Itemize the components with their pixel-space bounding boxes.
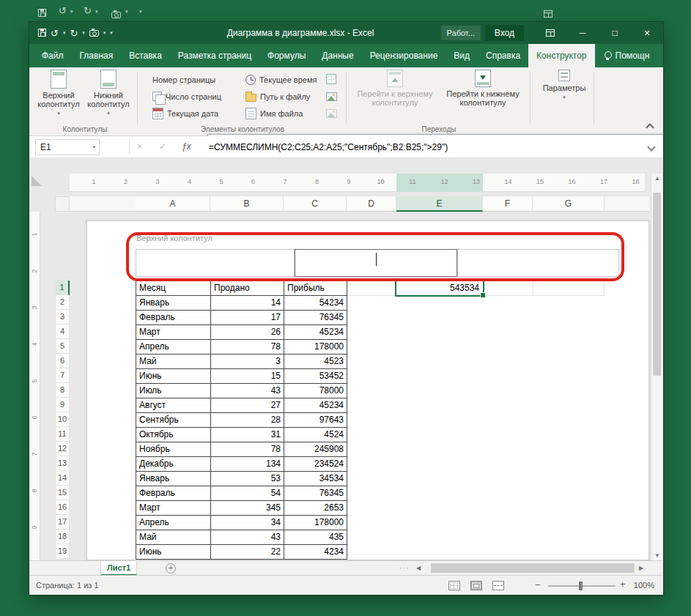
table-cell[interactable]: 54234 — [284, 296, 347, 311]
picture-button[interactable] — [324, 89, 339, 103]
collapse-ribbon-icon[interactable] — [646, 123, 654, 131]
row-header[interactable]: 3 — [55, 310, 70, 324]
row-header[interactable]: 11 — [55, 427, 70, 442]
normal-view-button[interactable] — [448, 581, 460, 590]
row-header[interactable]: 8 — [55, 383, 70, 398]
vertical-scrollbar[interactable]: ▲ ▼ — [651, 174, 662, 560]
table-cell[interactable]: Декабрь — [136, 457, 211, 472]
camera-icon[interactable] — [89, 26, 99, 40]
table-cell[interactable]: Сентябрь — [136, 413, 211, 428]
column-header[interactable]: E — [396, 196, 483, 212]
customize-qat-icon[interactable]: ▾ — [139, 9, 142, 15]
row-header[interactable]: 12 — [55, 442, 70, 456]
select-all-corner[interactable] — [55, 196, 70, 212]
name-box[interactable]: E1 ▾ — [35, 139, 100, 155]
table-cell[interactable]: 178000 — [284, 516, 347, 530]
page-break-view-button[interactable] — [492, 581, 504, 590]
sheet-name-button[interactable] — [324, 72, 339, 86]
ribbon-tab[interactable]: Справ­ка — [478, 44, 528, 67]
page-count-button[interactable]: Число страниц — [150, 89, 223, 104]
scroll-down-icon[interactable]: ▼ — [651, 552, 663, 559]
column-header[interactable]: B — [210, 196, 284, 212]
ribbon-tab[interactable]: Разметка страниц — [170, 44, 259, 67]
column-header[interactable]: C — [284, 196, 347, 212]
table-cell[interactable]: 4523 — [284, 355, 347, 369]
table-cell[interactable]: 4524 — [284, 428, 347, 442]
camera-dropdown-icon[interactable]: ▾ — [103, 30, 106, 36]
scrollbar-dots[interactable]: ··· — [399, 564, 409, 572]
cancel-icon[interactable]: × — [137, 141, 142, 152]
column-header[interactable]: A — [136, 196, 210, 212]
save-icon[interactable] — [38, 26, 46, 40]
sheet-tab-active[interactable]: Лист1 — [100, 561, 137, 576]
table-cell[interactable]: 14 — [211, 296, 284, 311]
scroll-right-icon[interactable]: ▶ — [639, 565, 643, 571]
table-cell[interactable]: 134 — [211, 457, 284, 472]
redo-icon[interactable]: ↻ — [70, 28, 78, 39]
zoom-in-button[interactable]: + — [620, 579, 626, 590]
table-cell[interactable]: 34534 — [284, 472, 347, 486]
zoom-slider[interactable] — [548, 585, 616, 587]
table-cell[interactable]: 28 — [211, 413, 284, 428]
file-name-button[interactable]: Имя файла — [243, 105, 305, 121]
header-button[interactable]: Верхний колонтитул ▾ — [35, 70, 82, 116]
maximize-button[interactable]: □ — [599, 22, 631, 44]
ribbon-display-options-button[interactable] — [534, 22, 566, 44]
zoom-slider-thumb[interactable] — [579, 582, 583, 590]
row-header[interactable]: 16 — [55, 500, 70, 515]
signin-button[interactable]: Вход — [485, 25, 524, 41]
table-cell[interactable]: 234524 — [284, 457, 347, 472]
table-cell[interactable]: 34 — [211, 516, 284, 530]
table-cell[interactable]: 27 — [211, 398, 284, 413]
goto-footer-button[interactable]: Перейти к нижнему колонтитулу — [440, 70, 526, 107]
table-cell[interactable]: 15 — [211, 369, 284, 384]
column-header[interactable]: F — [483, 196, 533, 212]
ribbon-display-options-icon[interactable] — [544, 7, 553, 21]
table-cell[interactable]: 345 — [211, 501, 284, 516]
table-cell[interactable]: 245908 — [284, 442, 347, 457]
table-header-cell[interactable]: Прибыль — [284, 281, 347, 296]
row-header[interactable]: 14 — [55, 471, 70, 486]
table-cell[interactable]: 43 — [211, 384, 284, 398]
redo-dropdown-icon[interactable]: ▾ — [95, 9, 98, 15]
table-cell[interactable]: 22 — [211, 545, 284, 560]
save-icon[interactable] — [38, 7, 46, 20]
row-header[interactable]: 10 — [55, 412, 70, 427]
row-header[interactable]: 18 — [55, 530, 70, 544]
table-cell[interactable]: Январь — [136, 296, 211, 311]
horizontal-scroll-thumb[interactable] — [431, 563, 635, 573]
table-cell[interactable]: Май — [136, 530, 211, 545]
table-cell[interactable]: Февраль — [136, 311, 211, 325]
zoom-level[interactable]: 100% — [634, 581, 654, 590]
undo-dropdown-icon[interactable]: ▾ — [63, 30, 66, 36]
row-header[interactable]: 5 — [55, 339, 70, 354]
table-cell[interactable]: Ноябрь — [136, 442, 211, 457]
page-number-button[interactable]: Номер страницы — [150, 72, 218, 87]
table-cell[interactable]: 31 — [211, 428, 284, 442]
insert-function-icon[interactable]: ƒx — [182, 141, 191, 152]
ribbon-tab[interactable]: Вставка — [121, 44, 170, 67]
header-left-box[interactable] — [136, 249, 295, 277]
table-cell[interactable]: Июль — [136, 384, 211, 398]
table-cell[interactable]: 3 — [211, 355, 284, 369]
table-cell[interactable]: Май — [136, 355, 211, 369]
row-header[interactable]: 9 — [55, 398, 70, 412]
goto-header-button[interactable]: Перейти к верхнему колонтитулу — [352, 70, 438, 107]
table-cell[interactable]: 45234 — [284, 398, 347, 413]
minimize-button[interactable]: ─ — [566, 22, 599, 44]
table-cell[interactable]: 2653 — [284, 501, 347, 516]
current-date-button[interactable]: Текущая дата — [150, 105, 221, 121]
ribbon-tab[interactable]: Формулы — [259, 44, 314, 67]
name-box-dropdown-icon[interactable]: ▾ — [92, 144, 99, 150]
ribbon-tab[interactable]: Файл — [34, 44, 72, 67]
format-picture-button[interactable] — [324, 105, 339, 120]
ribbon-tab[interactable]: Главная — [72, 44, 122, 67]
table-cell[interactable]: 78 — [211, 442, 284, 457]
options-button[interactable]: Параметры ▾ — [539, 70, 590, 100]
formula-bar-expand-icon[interactable] — [647, 143, 655, 151]
row-header[interactable]: 2 — [55, 295, 70, 310]
camera-dropdown-icon[interactable]: ▾ — [125, 9, 128, 15]
undo-icon[interactable]: ↺ — [51, 28, 59, 39]
table-cell[interactable]: Октябрь — [136, 428, 211, 442]
selected-cell[interactable]: 543534 — [395, 279, 484, 297]
